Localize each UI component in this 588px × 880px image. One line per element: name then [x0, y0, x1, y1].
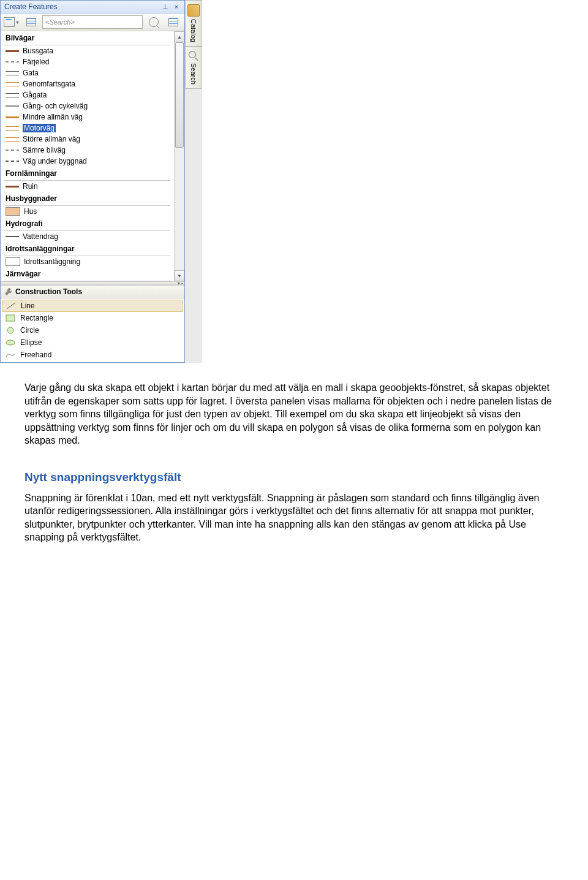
- construction-tools-header: Construction Tools: [1, 285, 184, 298]
- svg-line-0: [7, 303, 15, 309]
- template-item[interactable]: Mindre allmän väg: [1, 112, 174, 123]
- scroll-down-button[interactable]: ▼: [175, 270, 184, 281]
- scroll-up-button[interactable]: ▲: [175, 31, 184, 42]
- template-list-content[interactable]: Bilvägar Bussgata Färjeled Gata Genomfar…: [1, 31, 174, 281]
- polygon-swatch-icon: [6, 257, 20, 266]
- group-idrott: Idrottsanläggningar: [1, 242, 174, 256]
- group-bilvagar: Bilvägar: [1, 31, 174, 45]
- scrollbar[interactable]: ▲ ▼: [174, 31, 184, 281]
- template-item[interactable]: Sämre bilväg: [1, 145, 174, 156]
- divider: [4, 281, 170, 281]
- tool-freehand[interactable]: Freehand: [1, 349, 184, 361]
- search-placeholder: <Search>: [45, 18, 75, 26]
- paragraph: Varje gång du ska skapa ett objekt i kar…: [24, 381, 564, 447]
- line-tool-icon: [6, 302, 16, 309]
- template-item[interactable]: Större allmän väg: [1, 134, 174, 145]
- panel-toolbar: ▼ <Search>: [1, 13, 184, 31]
- line-swatch-icon: [6, 71, 19, 75]
- template-item-selected[interactable]: Motorväg: [1, 123, 174, 134]
- heading-snapping: Nytt snappningsverktygsfält: [24, 469, 564, 485]
- template-item[interactable]: Färjeled: [1, 56, 174, 67]
- template-item[interactable]: Ruin: [1, 181, 174, 192]
- line-swatch-icon: [6, 105, 19, 107]
- panel-titlebar: Create Features ⊥ ×: [1, 1, 184, 13]
- tool-circle[interactable]: Circle: [1, 324, 184, 336]
- ellipse-tool-icon: [6, 339, 15, 346]
- template-item[interactable]: Gågata: [1, 89, 174, 101]
- group-jarnvagar: Järnvägar: [1, 267, 174, 281]
- svg-rect-1: [6, 315, 15, 321]
- tool-rectangle[interactable]: Rectangle: [1, 312, 184, 324]
- line-swatch-icon: [6, 186, 19, 188]
- templates-filter-button[interactable]: ▼: [3, 15, 20, 29]
- line-swatch-icon: [6, 236, 19, 237]
- tool-line[interactable]: Line: [2, 300, 183, 312]
- template-item[interactable]: Bussgata: [1, 45, 174, 56]
- line-swatch-icon: [6, 150, 19, 151]
- template-item[interactable]: Gång- och cykelväg: [1, 101, 174, 112]
- svg-point-3: [6, 340, 15, 345]
- group-fornlamningar: Fornlämningar: [1, 167, 174, 180]
- template-item[interactable]: Genomfartsgata: [1, 78, 174, 89]
- organize-templates-button[interactable]: [165, 15, 182, 29]
- template-list: Bilvägar Bussgata Färjeled Gata Genomfar…: [1, 31, 184, 281]
- document-body: Varje gång du ska skapa ett objekt i kar…: [0, 363, 588, 563]
- create-features-panel: Create Features ⊥ × ▼ <Search> Bilvägar …: [0, 0, 185, 363]
- line-swatch-icon: [6, 161, 19, 162]
- construction-tools-label: Construction Tools: [15, 287, 82, 296]
- template-item[interactable]: Hus: [1, 206, 174, 217]
- circle-tool-icon: [6, 327, 15, 334]
- line-swatch-icon: [6, 116, 19, 118]
- scroll-track[interactable]: [175, 42, 184, 270]
- wrench-icon: [4, 287, 13, 296]
- pin-icon[interactable]: ⊥: [161, 2, 170, 11]
- search-go-button[interactable]: [145, 15, 162, 29]
- line-swatch-icon: [6, 126, 19, 131]
- line-swatch-icon: [6, 93, 19, 97]
- scroll-thumb[interactable]: [175, 42, 184, 148]
- search-icon: [189, 51, 198, 61]
- line-swatch-icon: [6, 61, 19, 63]
- svg-point-2: [7, 327, 13, 333]
- rectangle-tool-icon: [6, 314, 15, 322]
- template-item[interactable]: Väg under byggnad: [1, 156, 174, 167]
- line-swatch-icon: [6, 137, 19, 142]
- line-swatch-icon: [6, 50, 19, 52]
- close-icon[interactable]: ×: [172, 2, 181, 11]
- paragraph: Snappning är förenklat i 10an, med ett n…: [24, 491, 564, 544]
- tab-catalog[interactable]: Catalog: [185, 0, 202, 47]
- catalog-icon: [187, 4, 200, 17]
- template-item[interactable]: Idrottsanläggning: [1, 256, 174, 267]
- polygon-swatch-icon: [6, 207, 20, 216]
- construction-tools-list: Line Rectangle Circle Ellipse Freehand: [1, 298, 184, 362]
- group-husbyggnader: Husbyggnader: [1, 192, 174, 205]
- line-swatch-icon: [6, 82, 19, 86]
- tab-search[interactable]: Search: [185, 47, 202, 89]
- template-item[interactable]: Vattendrag: [1, 231, 174, 242]
- search-input[interactable]: <Search>: [42, 15, 143, 29]
- template-item[interactable]: Gata: [1, 67, 174, 78]
- panel-title: Create Features: [4, 2, 159, 11]
- docked-tabs: Catalog Search: [185, 0, 202, 363]
- tool-ellipse[interactable]: Ellipse: [1, 336, 184, 349]
- group-hydrografi: Hydrografi: [1, 217, 174, 230]
- group-by-button[interactable]: [23, 15, 40, 29]
- freehand-tool-icon: [6, 351, 15, 358]
